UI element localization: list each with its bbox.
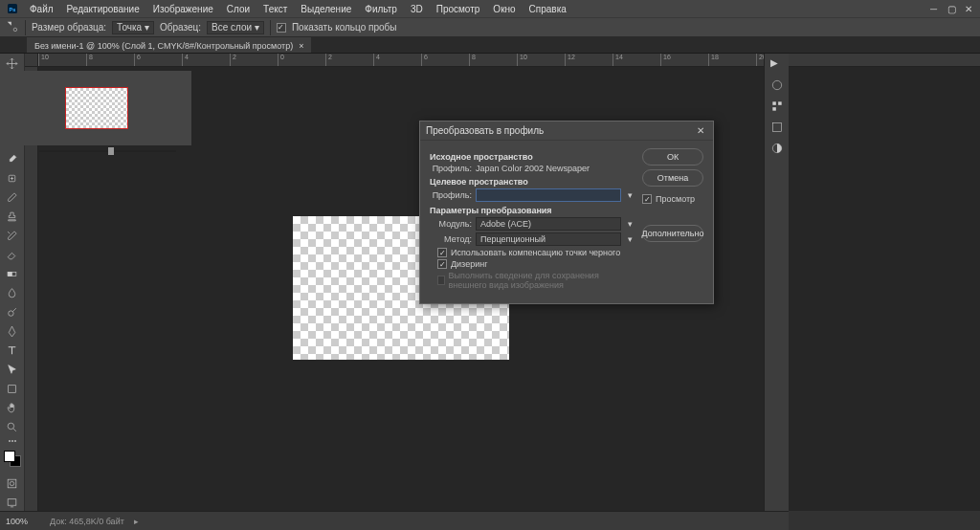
options-bar: Размер образца: Точка ▾ Образец: Все сло…	[0, 17, 980, 36]
window-close-icon[interactable]: ✕	[965, 4, 974, 13]
intent-dropdown[interactable]: Перцепционный	[476, 232, 621, 246]
type-tool-icon[interactable]	[4, 342, 21, 359]
svg-rect-15	[778, 101, 782, 105]
flatten-label: Выполнить сведение для сохранения внешне…	[449, 271, 635, 290]
svg-rect-8	[9, 386, 16, 393]
ruler-horizontal[interactable]: 10864 2024 681012 14161820	[38, 54, 980, 67]
svg-text:Ps: Ps	[10, 7, 16, 12]
sample-label: Образец:	[160, 22, 201, 33]
blur-tool-icon[interactable]	[4, 285, 21, 301]
app-logo-icon: Ps	[6, 2, 19, 15]
intent-label: Метод:	[430, 234, 472, 244]
dither-label: Дизеринг	[451, 259, 487, 269]
cancel-button[interactable]: Отмена	[642, 169, 703, 187]
ok-button[interactable]: ОК	[642, 148, 703, 166]
sample-dropdown[interactable]: Все слои ▾	[207, 21, 264, 34]
chevron-down-icon[interactable]: ▾	[625, 219, 635, 229]
gradient-tool-icon[interactable]	[4, 266, 21, 282]
menu-filter[interactable]: Фильтр	[358, 2, 404, 16]
color-swatch[interactable]	[4, 451, 21, 467]
stamp-tool-icon[interactable]	[4, 209, 21, 225]
svg-rect-16	[772, 107, 776, 111]
preview-checkbox[interactable]: ✓	[642, 194, 652, 204]
history-panel-icon[interactable]: ▶	[770, 57, 784, 71]
source-space-header: Исходное пространство	[430, 152, 635, 162]
menu-edit[interactable]: Редактирование	[60, 2, 146, 16]
dither-checkbox[interactable]: ✓	[437, 259, 447, 269]
conversion-options-header: Параметры преобразования	[430, 206, 635, 215]
eraser-tool-icon[interactable]	[4, 247, 21, 263]
screen-mode-icon[interactable]	[4, 495, 21, 511]
menu-3d[interactable]: 3D	[404, 2, 430, 16]
engine-label: Модуль:	[430, 219, 472, 229]
navigator-zoom-slider[interactable]	[39, 150, 176, 152]
svg-point-13	[772, 80, 781, 89]
zoom-field[interactable]	[6, 517, 40, 526]
document-tab[interactable]: Без имени-1 @ 100% (Слой 1, CMYK/8#/Конт…	[27, 37, 311, 53]
dest-profile-dropdown[interactable]	[476, 188, 621, 202]
shape-tool-icon[interactable]	[4, 381, 21, 397]
color-panel-icon[interactable]	[770, 78, 784, 92]
window-maximize-icon[interactable]: ▢	[947, 4, 957, 13]
menu-text[interactable]: Текст	[256, 2, 294, 16]
menu-file[interactable]: Файл	[23, 2, 60, 16]
edit-toolbar-icon[interactable]	[4, 438, 21, 444]
source-profile-value: Japan Color 2002 Newspaper	[476, 164, 590, 173]
tool-preset-icon[interactable]	[6, 20, 19, 35]
svg-rect-12	[8, 499, 16, 506]
eyedropper-tool-icon[interactable]	[4, 151, 21, 167]
move-tool-icon[interactable]	[4, 55, 21, 72]
svg-rect-17	[772, 122, 781, 131]
preview-label: Просмотр	[656, 194, 695, 204]
window-minimize-icon[interactable]: ─	[930, 4, 940, 13]
status-bar: Док: 465,8K/0 байт ▸	[0, 511, 789, 530]
menu-bar: Ps Файл Редактирование Изображение Слои …	[0, 0, 980, 17]
brush-tool-icon[interactable]	[4, 189, 21, 206]
dialog-close-icon[interactable]: ✕	[694, 124, 707, 138]
show-ring-checkbox[interactable]: ✓	[277, 23, 286, 33]
history-brush-tool-icon[interactable]	[4, 228, 21, 244]
heal-tool-icon[interactable]	[4, 170, 21, 187]
blackpoint-checkbox[interactable]: ✓	[437, 248, 447, 257]
menu-layers[interactable]: Слои	[220, 2, 256, 16]
svg-point-9	[8, 423, 14, 430]
collapsed-panel-strip: ▶	[764, 54, 789, 511]
show-ring-label: Показать кольцо пробы	[292, 22, 397, 33]
sample-size-label: Размер образца:	[32, 22, 106, 33]
chevron-down-icon[interactable]: ▾	[625, 234, 635, 244]
adjustments-panel-icon[interactable]	[770, 142, 784, 155]
zoom-tool-icon[interactable]	[4, 419, 21, 435]
menu-view[interactable]: Просмотр	[430, 2, 487, 16]
source-profile-label: Профиль:	[430, 164, 472, 173]
dest-space-header: Целевое пространство	[430, 177, 635, 187]
pen-tool-icon[interactable]	[4, 323, 21, 340]
svg-rect-6	[8, 273, 11, 276]
document-tab-bar: Без имени-1 @ 100% (Слой 1, CMYK/8#/Конт…	[0, 36, 980, 54]
libraries-panel-icon[interactable]	[770, 121, 784, 134]
sample-size-dropdown[interactable]: Точка ▾	[112, 21, 154, 34]
dialog-title: Преобразовать в профиль	[426, 125, 544, 136]
menu-select[interactable]: Выделение	[294, 2, 358, 16]
svg-rect-10	[8, 479, 16, 488]
chevron-down-icon[interactable]: ▾	[625, 190, 635, 200]
menu-window[interactable]: Окно	[486, 2, 522, 16]
menu-image[interactable]: Изображение	[146, 2, 220, 16]
hand-tool-icon[interactable]	[4, 400, 21, 416]
svg-point-2	[13, 28, 17, 32]
dodge-tool-icon[interactable]	[4, 304, 21, 320]
navigator-thumbnail[interactable]	[65, 87, 128, 129]
dialog-titlebar[interactable]: Преобразовать в профиль ✕	[420, 121, 713, 141]
doc-size-label: Док: 465,8K/0 байт	[50, 517, 124, 526]
swatches-panel-icon[interactable]	[770, 99, 784, 113]
tab-close-icon[interactable]: ×	[299, 41, 303, 51]
advanced-button[interactable]: Дополнительно	[642, 225, 703, 242]
quick-mask-icon[interactable]	[4, 475, 21, 492]
convert-to-profile-dialog: Преобразовать в профиль ✕ Исходное прост…	[419, 121, 714, 304]
path-select-tool-icon[interactable]	[4, 362, 21, 378]
svg-point-11	[10, 481, 13, 485]
engine-dropdown[interactable]: Adobe (ACE)	[476, 217, 621, 231]
menu-help[interactable]: Справка	[523, 2, 573, 16]
svg-rect-14	[772, 101, 776, 105]
flatten-checkbox	[437, 276, 445, 285]
svg-point-7	[9, 311, 13, 316]
